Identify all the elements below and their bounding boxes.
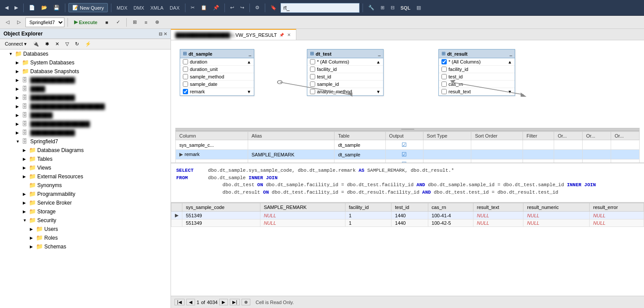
tree-users[interactable]: ▶ 📁 Users — [0, 225, 171, 234]
cr3-output[interactable]: ☑ — [385, 159, 423, 163]
back-btn[interactable]: ◀ — [3, 4, 11, 11]
tree-synonyms[interactable]: ▶ 📁 Synonyms — [0, 181, 171, 190]
cr1-or2[interactable] — [583, 140, 611, 150]
tree-schemas[interactable]: ▶ 📁 Schemas — [0, 242, 171, 251]
tree-roles[interactable]: ▶ 📁 Roles — [0, 234, 171, 242]
cut-btn[interactable]: ✂ — [189, 4, 197, 11]
field-cas-rn[interactable]: cas_rn — [439, 81, 515, 88]
cr2-alias[interactable]: SAMPLE_REMARK — [248, 150, 334, 159]
tree-storage[interactable]: ▶ 📁 Storage — [0, 207, 171, 216]
cr1-sort-order[interactable] — [471, 140, 523, 150]
cr1-or1[interactable] — [554, 140, 583, 150]
row1-test-id[interactable]: 1440 — [391, 212, 428, 219]
all-cols-test-check[interactable] — [310, 59, 315, 64]
field-test-id-result[interactable]: test_id — [439, 73, 515, 81]
results-row-1[interactable]: ▶ 551349 NULL 1 1440 100-41-4 NULL NULL … — [171, 212, 644, 219]
cr3-column[interactable]: * — [176, 159, 248, 163]
sql-btn[interactable]: SQL — [398, 4, 413, 11]
mdf-btn[interactable]: MDX — [114, 4, 129, 11]
cr1-alias[interactable] — [248, 140, 334, 150]
oe-delete-btn[interactable]: ✕ — [53, 40, 61, 48]
oe-register-btn[interactable]: ✱ — [43, 40, 51, 48]
oe-search-btn[interactable]: ⚡ — [83, 40, 93, 48]
cr2-output[interactable]: ☑ — [385, 150, 423, 159]
all-cols-result-sort[interactable]: ▲ — [508, 60, 512, 64]
criteria-row-1[interactable]: sys_sample_c... dt_sample ☑ — [176, 140, 640, 150]
properties-btn[interactable]: 🔧 — [366, 4, 377, 11]
field-facility-id-result[interactable]: facility_id — [439, 66, 515, 73]
tree-db1[interactable]: ▶ 🗄 ████████████ — [0, 76, 171, 85]
facility-id-result-check[interactable] — [441, 67, 447, 72]
duration-sort[interactable]: ▲ — [247, 60, 251, 64]
tree-databases[interactable]: ▼ 📁 Databases — [0, 50, 171, 58]
cr3-or3[interactable] — [611, 159, 640, 163]
tree-db6[interactable]: ▶ 🗄 ████████████████ — [0, 120, 171, 128]
duration-check[interactable] — [183, 59, 188, 64]
cr2-column[interactable]: ▶remark — [176, 150, 248, 159]
xmla-btn[interactable]: XMLA — [148, 4, 166, 11]
field-sample-method[interactable]: sample_method — [180, 73, 254, 81]
row2-sample-remark[interactable]: NULL — [260, 219, 345, 227]
row2-result-numeric[interactable]: NULL — [523, 219, 590, 227]
cr1-filter[interactable] — [523, 140, 554, 150]
sample-date-check[interactable] — [183, 81, 188, 87]
sample-method-check[interactable] — [183, 74, 188, 79]
nav-last-btn[interactable]: ▶| — [230, 299, 240, 305]
cr1-column[interactable]: sys_sample_c... — [176, 140, 248, 150]
cr3-alias[interactable] — [248, 159, 334, 163]
row1-facility-id[interactable]: 1 — [345, 212, 391, 219]
tree-db4[interactable]: ▶ 🗄 ████████████████████ — [0, 102, 171, 111]
cr3-table[interactable]: dt_result — [334, 159, 385, 163]
cr2-sort-type[interactable] — [423, 150, 471, 159]
cr2-sort-order[interactable] — [471, 150, 523, 159]
facility-id-test-check[interactable] — [310, 67, 315, 72]
tree-db3[interactable]: ▶ 🗄 ████████████ — [0, 93, 171, 102]
row1-result-numeric[interactable]: NULL — [523, 212, 590, 219]
analytic-sort[interactable]: ▼ — [376, 89, 381, 94]
cr2-or3[interactable] — [611, 150, 640, 159]
results-col-result-numeric[interactable]: result_numeric — [523, 203, 590, 212]
save-btn[interactable]: 💾 — [51, 4, 62, 11]
tree-db7[interactable]: ▶ 🗄 ████████████ — [0, 128, 171, 137]
row1-result-text[interactable]: NULL — [473, 212, 523, 219]
results-col-result-error[interactable]: result_error — [590, 203, 644, 212]
result-text-check[interactable] — [441, 89, 447, 94]
row1-sample-remark[interactable]: NULL — [260, 212, 345, 219]
remark-sort[interactable]: ▼ — [247, 89, 251, 94]
paste-btn[interactable]: 📌 — [211, 4, 221, 11]
open-btn[interactable]: 📂 — [39, 4, 50, 11]
results-row-2[interactable]: 551349 NULL 1 1440 100-42-5 NULL NULL NU… — [171, 219, 644, 227]
test-id-check[interactable] — [310, 74, 315, 79]
cr1-table[interactable]: dt_sample — [334, 140, 385, 150]
result-text-sort[interactable]: ▼ — [508, 89, 512, 94]
remark-check[interactable] — [183, 89, 188, 94]
tree-external-resources[interactable]: ▶ 📁 External Resources — [0, 172, 171, 181]
row2-facility-id[interactable]: 1 — [345, 219, 391, 227]
execute-button[interactable]: ▶ Execute — [71, 18, 100, 26]
cr1-check-icon[interactable]: ☑ — [402, 142, 407, 148]
dt-sample-minimize[interactable]: _ — [249, 51, 251, 56]
analytic-method-check[interactable] — [310, 89, 315, 94]
undo-btn[interactable]: ↩ — [228, 4, 236, 11]
duration-unit-check[interactable] — [183, 67, 188, 72]
row2-sys-sample-code[interactable]: 551349 — [182, 219, 260, 227]
cr2-or1[interactable] — [554, 150, 583, 159]
field-facility-id-test[interactable]: facility_id — [307, 66, 383, 73]
oe-filter-btn[interactable]: ▽ — [63, 40, 71, 48]
cr3-or1[interactable] — [554, 159, 583, 163]
results-col-test-id[interactable]: test_id — [391, 203, 428, 212]
field-sample-id[interactable]: sample_id — [307, 81, 383, 88]
tree-tables[interactable]: ▶ 📁 Tables — [0, 155, 171, 163]
oe-disconnect-btn[interactable]: 🔌 — [31, 40, 41, 48]
tree-springfield7[interactable]: ▼ 🗄 Springfield7 — [0, 137, 171, 146]
oe-refresh-btn[interactable]: ↻ — [73, 40, 81, 48]
new-query-button[interactable]: 📝 New Query — [68, 3, 108, 12]
criteria-row-2[interactable]: ▶remark SAMPLE_REMARK dt_sample ☑ — [176, 150, 640, 159]
nav-stop-btn[interactable]: ⊗ — [242, 299, 250, 305]
cr3-check-icon[interactable]: ☑ — [402, 161, 407, 163]
tree-programmability[interactable]: ▶ 📁 Programmability — [0, 190, 171, 198]
cr3-sort-type[interactable] — [423, 159, 471, 163]
results-col-facility-id[interactable]: facility_id — [345, 203, 391, 212]
results-btn[interactable]: ▤ — [414, 4, 423, 11]
cr1-sort-type[interactable] — [423, 140, 471, 150]
